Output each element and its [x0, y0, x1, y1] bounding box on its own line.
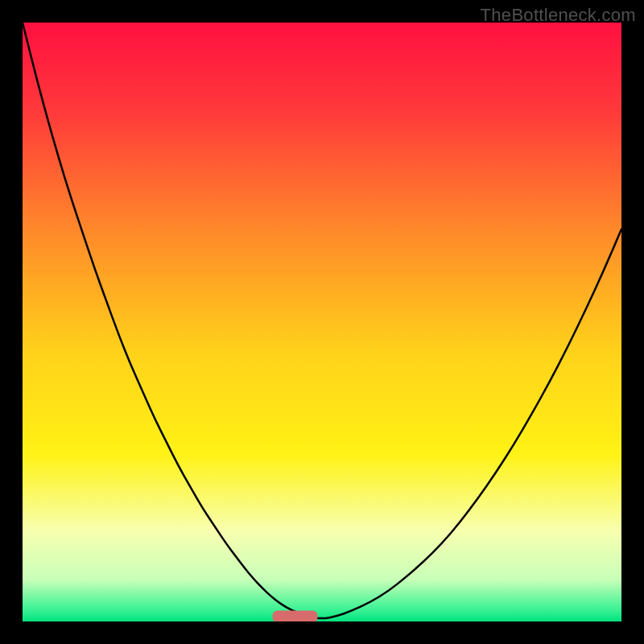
plot-area	[23, 23, 621, 621]
watermark-text: TheBottleneck.com	[481, 5, 636, 26]
gradient-bg	[23, 23, 621, 621]
min-marker	[273, 611, 318, 621]
chart-svg	[23, 23, 621, 621]
outer-frame: TheBottleneck.com	[0, 0, 644, 644]
